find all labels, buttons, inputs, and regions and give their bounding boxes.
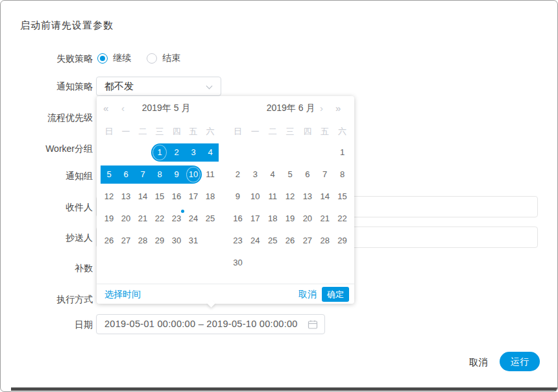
calendar-day[interactable]: 11 xyxy=(264,188,282,206)
radio-end[interactable] xyxy=(147,53,157,64)
radio-continue[interactable] xyxy=(97,53,108,64)
calendar-day[interactable]: 13 xyxy=(117,188,134,206)
window-bottom-edge xyxy=(11,387,557,391)
calendar-day[interactable]: 18 xyxy=(264,210,282,228)
complement-label: 补数 xyxy=(1,263,93,275)
calendar-day-empty xyxy=(202,232,219,250)
weekday-label: 二 xyxy=(134,125,151,138)
calendar-day-empty xyxy=(282,254,299,272)
calendar-day[interactable]: 7 xyxy=(134,165,151,184)
calendar-day[interactable]: 19 xyxy=(282,210,299,228)
calendar-day-empty xyxy=(229,143,247,162)
weekday-label: 六 xyxy=(334,125,351,138)
calendar-day[interactable]: 26 xyxy=(101,232,117,250)
calendar-day[interactable]: 21 xyxy=(316,210,334,228)
calendar-day[interactable]: 23 xyxy=(168,210,185,228)
prev-year-icon[interactable]: « xyxy=(103,102,108,115)
calendar-day[interactable]: 8 xyxy=(334,165,351,184)
calendar-day[interactable]: 10 xyxy=(185,165,202,184)
date-range-value: 2019-05-01 00:00:00 – 2019-05-10 00:00:0… xyxy=(104,315,298,334)
calendar-day[interactable]: 5 xyxy=(101,165,117,184)
calendar-day[interactable]: 17 xyxy=(247,210,264,228)
calendar-day-empty xyxy=(316,143,334,162)
calendar-day[interactable]: 20 xyxy=(117,210,134,228)
dialog-cancel-button[interactable]: 取消 xyxy=(469,356,488,369)
calendar-day[interactable]: 18 xyxy=(202,188,219,206)
calendar-day[interactable]: 24 xyxy=(247,232,264,250)
calendar-day[interactable]: 25 xyxy=(202,210,219,228)
calendar-day[interactable]: 17 xyxy=(185,188,202,206)
select-time-link[interactable]: 选择时间 xyxy=(104,289,141,300)
calendar-day[interactable]: 23 xyxy=(229,232,247,250)
recipients-label: 收件人 xyxy=(1,202,93,214)
calendar-day[interactable]: 21 xyxy=(134,210,151,228)
calendar-week-row: 567891011 xyxy=(101,165,219,184)
calendar-day[interactable]: 30 xyxy=(168,232,185,250)
notify-strategy-select[interactable]: 都不发 xyxy=(96,77,221,96)
calendar-day[interactable]: 1 xyxy=(151,143,168,162)
left-month-title: 2019年 5 月 xyxy=(134,103,199,114)
calendar-day[interactable]: 2 xyxy=(168,143,185,162)
calendar-day[interactable]: 15 xyxy=(334,188,351,206)
dialog-run-button[interactable]: 运行 xyxy=(500,352,540,371)
calendar-day[interactable]: 5 xyxy=(282,165,299,184)
calendar-day[interactable]: 2 xyxy=(229,165,247,184)
cc-label: 抄送人 xyxy=(1,232,93,244)
next-year-icon[interactable]: » xyxy=(335,102,341,115)
calendar-day[interactable]: 22 xyxy=(151,210,168,228)
calendar-day[interactable]: 31 xyxy=(185,232,202,250)
calendar-day[interactable]: 16 xyxy=(168,188,185,206)
calendar-day[interactable]: 28 xyxy=(134,232,151,250)
radio-end-label: 结束 xyxy=(162,53,180,64)
calendar-day[interactable]: 19 xyxy=(101,210,117,228)
calendar-day[interactable]: 4 xyxy=(202,143,219,162)
datepicker-cancel-button[interactable]: 取消 xyxy=(298,289,317,300)
calendar-day[interactable]: 11 xyxy=(202,165,219,184)
page-title: 启动前请先设置参数 xyxy=(20,19,114,32)
calendar-day[interactable]: 4 xyxy=(264,165,282,184)
calendar-day[interactable]: 9 xyxy=(168,165,185,184)
calendar-week-row: 30 xyxy=(229,254,351,272)
calendar-day[interactable]: 22 xyxy=(334,210,351,228)
weekday-label: 三 xyxy=(151,125,168,138)
calendar-day[interactable]: 7 xyxy=(316,165,334,184)
calendar-day[interactable]: 12 xyxy=(282,188,299,206)
calendar-day[interactable]: 24 xyxy=(185,210,202,228)
weekday-header: 日一二三四五六 xyxy=(101,125,219,138)
calendar-day[interactable]: 28 xyxy=(316,232,334,250)
calendar-day-empty xyxy=(247,143,264,162)
calendar-day[interactable]: 3 xyxy=(185,143,202,162)
weekday-header: 日一二三四五六 xyxy=(229,125,351,138)
calendar-day[interactable]: 12 xyxy=(101,188,117,206)
calendar-day[interactable]: 15 xyxy=(151,188,168,206)
calendar-week-row: 12131415161718 xyxy=(101,188,219,206)
calendar-day[interactable]: 1 xyxy=(334,143,351,162)
next-month-icon[interactable]: › xyxy=(320,102,323,115)
calendar-day[interactable]: 29 xyxy=(334,232,351,250)
calendar-day[interactable]: 26 xyxy=(282,232,299,250)
calendar-day[interactable]: 6 xyxy=(298,165,316,184)
datepicker-confirm-button[interactable]: 确定 xyxy=(322,287,349,302)
calendar-day[interactable]: 13 xyxy=(298,188,316,206)
calendar-day[interactable]: 9 xyxy=(229,188,247,206)
calendar-day[interactable]: 16 xyxy=(229,210,247,228)
calendar-day[interactable]: 8 xyxy=(151,165,168,184)
calendar-week-row: 262728293031 xyxy=(101,232,219,250)
calendar-day[interactable]: 30 xyxy=(229,254,247,272)
calendar-day[interactable]: 25 xyxy=(264,232,282,250)
weekday-label: 五 xyxy=(316,125,334,138)
calendar-day[interactable]: 3 xyxy=(247,165,264,184)
calendar-day[interactable]: 27 xyxy=(298,232,316,250)
calendar-week-row: 1 xyxy=(229,143,351,162)
calendar-day[interactable]: 10 xyxy=(247,188,264,206)
calendar-icon xyxy=(308,319,318,332)
calendar-day[interactable]: 14 xyxy=(316,188,334,206)
calendar-day[interactable]: 14 xyxy=(134,188,151,206)
calendar-day[interactable]: 20 xyxy=(298,210,316,228)
right-month-title: 2019年 6 月 xyxy=(258,103,323,114)
calendar-day[interactable]: 29 xyxy=(151,232,168,250)
calendar-day[interactable]: 6 xyxy=(117,165,134,184)
calendar-day[interactable]: 27 xyxy=(117,232,134,250)
prev-month-icon[interactable]: ‹ xyxy=(121,102,125,115)
date-range-input[interactable]: 2019-05-01 00:00:00 – 2019-05-10 00:00:0… xyxy=(96,314,325,334)
